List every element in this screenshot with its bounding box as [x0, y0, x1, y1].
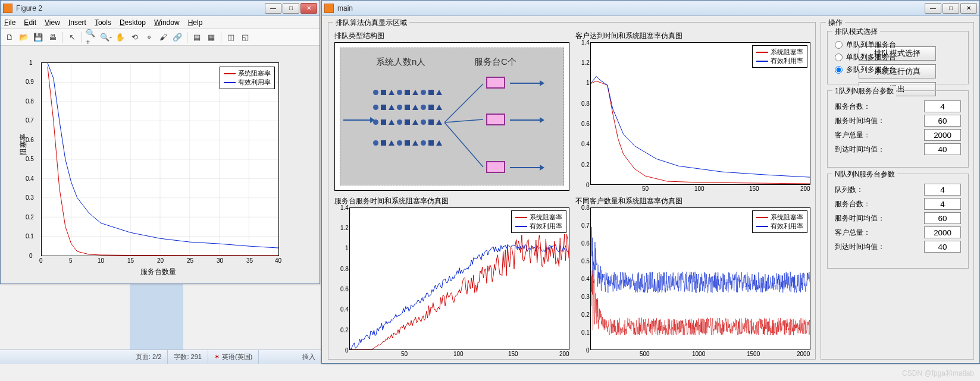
menu-edit[interactable]: Edit [24, 18, 36, 27]
radio-single-single[interactable] [835, 41, 843, 49]
input-g2-arrtime[interactable] [924, 241, 961, 253]
sim-display-group: 排队算法仿真显示区域 排队类型结构图 系统人数n人 服务台C个 [328, 22, 816, 360]
rotate-icon[interactable]: ⟲ [128, 31, 141, 44]
ytick: 0.3 [26, 194, 34, 201]
matlab-icon [324, 4, 334, 13]
panel3-legend[interactable]: 系统阻塞率 有效利用率 [511, 210, 566, 233]
input-g1-svctime[interactable] [924, 115, 961, 127]
radio-multi-multi[interactable] [835, 66, 843, 74]
new-icon[interactable]: 🗋 [3, 31, 16, 44]
ytick: 0.1 [26, 233, 34, 240]
figure-axes[interactable]: 系统阻塞率 有效利用率 [41, 62, 279, 256]
figure-titlebar[interactable]: Figure 2 — □ ✕ [1, 1, 320, 16]
close-button[interactable]: ✕ [960, 3, 977, 14]
group2-title: N队列N服务台参数 [832, 169, 897, 180]
input-g1-servers[interactable] [924, 100, 961, 112]
watermark: CSDN @fpga和matlab [902, 369, 974, 379]
input-g2-servers[interactable] [924, 198, 961, 210]
dock-icon[interactable]: ◫ [224, 31, 237, 44]
panel3-axes[interactable]: 系统阻塞率 有效利用率 [349, 207, 569, 350]
link-icon[interactable]: 🔗 [171, 31, 184, 44]
figure-menubar: File Edit View Insert Tools Desktop Wind… [1, 16, 320, 29]
xtick: 0 [39, 257, 43, 264]
input-g2-cust[interactable] [924, 226, 961, 238]
status-page[interactable]: 页面: 2/2 [130, 350, 168, 364]
ytick: 0.9 [26, 78, 34, 85]
menu-view[interactable]: View [45, 18, 60, 27]
pointer-icon[interactable]: ↖ [65, 31, 79, 44]
server-box [486, 114, 505, 125]
menu-help[interactable]: Help [188, 18, 203, 27]
panel2-axes[interactable]: 系统阻塞率 有效利用率 [590, 42, 810, 185]
input-g2-svctime[interactable] [924, 212, 961, 224]
svg-line-17 [444, 84, 483, 122]
open-icon[interactable]: 📂 [17, 31, 30, 44]
group1-title: 1队列N服务台参数 [832, 86, 896, 96]
input-g2-queues[interactable] [924, 184, 961, 196]
panel4-legend[interactable]: 系统阻塞率 有效利用率 [752, 210, 807, 233]
panel2-legend[interactable]: 系统阻塞率 有效利用率 [752, 45, 807, 68]
data-cursor-icon[interactable]: ⌖ [142, 31, 155, 44]
input-g1-arrtime[interactable] [924, 143, 961, 155]
legend-icon[interactable]: ▦ [205, 31, 218, 44]
maximize-button[interactable]: □ [283, 3, 299, 14]
figure-legend[interactable]: 系统阻塞率 有效利用率 [220, 67, 275, 89]
colorbar-icon[interactable]: ▤ [190, 31, 203, 44]
save-icon[interactable]: 💾 [32, 31, 45, 44]
xtick: 20 [157, 257, 164, 264]
arrow-icon [343, 119, 370, 121]
ytick: 0.7 [26, 117, 34, 124]
zoom-out-icon[interactable]: 🔍- [99, 31, 112, 44]
radio-single-multi[interactable] [835, 53, 843, 61]
ytick: 1 [29, 59, 33, 66]
diagram-people-text: 系统人数n人 [376, 56, 425, 68]
panel1-title: 排队类型结构图 [334, 31, 569, 41]
menu-file[interactable]: File [4, 18, 15, 27]
menu-tools[interactable]: Tools [95, 18, 111, 27]
status-insert[interactable]: 插入 [296, 350, 321, 364]
xtick: 15 [127, 257, 134, 264]
maximize-button[interactable]: □ [943, 3, 959, 14]
figure-xlabel: 服务台数量 [140, 267, 176, 277]
main-titlebar[interactable]: main — □ ✕ [322, 1, 979, 16]
ytick: 0.5 [26, 156, 34, 162]
print-icon[interactable]: 🖶 [46, 31, 59, 44]
zoom-in-icon[interactable]: 🔍+ [85, 31, 98, 44]
arrow-icon [510, 83, 540, 84]
mode-select-group: 排队模式选择 单队列单服务台 单队列多服务台 多队列多服务台 [827, 31, 969, 84]
group-nn: N队列N服务台参数 队列数： 服务台数： 服务时间均值： 客户总量： 到达时间均… [827, 174, 969, 269]
pan-icon[interactable]: ✋ [114, 31, 127, 44]
panel4-axes[interactable]: 系统阻塞率 有效利用率 [590, 207, 810, 350]
arrow-icon [510, 119, 540, 121]
status-chars[interactable]: 字数: 291 [168, 350, 208, 364]
xtick: 30 [217, 257, 223, 264]
main-window: main — □ ✕ 排队算法仿真显示区域 排队类型结构图 系统人数n人 服务台… [321, 0, 980, 364]
separator [221, 32, 221, 43]
menu-window[interactable]: Window [154, 18, 180, 27]
figure-toolbar: 🗋 📂 💾 🖶 ↖ 🔍+ 🔍- ✋ ⟲ ⌖ 🖌 🔗 ▤ ▦ ◫ ◱ [1, 29, 320, 46]
main-title: main [337, 4, 923, 12]
ytick: 0.2 [26, 214, 34, 221]
close-button[interactable]: ✕ [300, 3, 317, 14]
menu-desktop[interactable]: Desktop [120, 18, 146, 27]
minimize-button[interactable]: — [925, 3, 941, 14]
status-lang[interactable]: ✶英语(英国) [208, 350, 259, 364]
queue-diagram: 系统人数n人 服务台C个 [340, 48, 564, 185]
xtick: 10 [98, 257, 104, 264]
ytick: 0 [29, 253, 33, 259]
minimize-button[interactable]: — [265, 3, 281, 14]
panel-arrival-block: 客户达到时间和系统阻塞率仿真图 系统阻塞率 有效利用率 1.41.2 10.8 … [575, 31, 810, 191]
sim-group-title: 排队算法仿真显示区域 [333, 18, 409, 28]
diagram-servers-text: 服务台C个 [474, 56, 516, 68]
server-box [486, 161, 505, 173]
xtick: 35 [246, 257, 253, 264]
undock-icon[interactable]: ◱ [239, 31, 252, 44]
menu-insert[interactable]: Insert [68, 18, 86, 27]
ytick: 0.8 [26, 98, 34, 105]
svg-line-19 [444, 122, 483, 167]
brush-icon[interactable]: 🖌 [156, 31, 170, 44]
separator [187, 32, 187, 43]
panel-service-block: 服务台服务时间和系统阻塞率仿真图 系统阻塞率 有效利用率 1.41.2 10.8… [334, 196, 569, 357]
svg-line-18 [444, 119, 483, 122]
input-g1-cust[interactable] [924, 129, 961, 141]
